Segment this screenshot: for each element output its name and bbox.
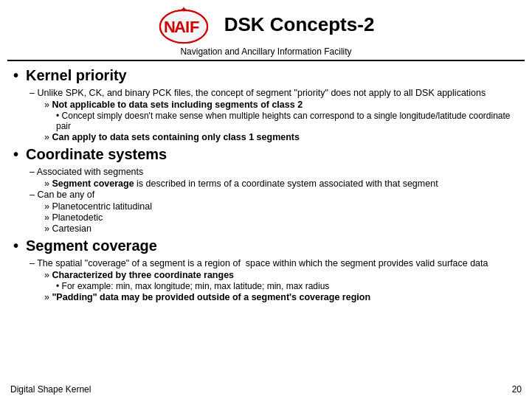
kernel-priority-title: Kernel priority: [26, 67, 127, 84]
svg-text:✦: ✦: [180, 4, 187, 15]
section-segment-coverage: • Segment coverage The spatial "coverage…: [13, 237, 519, 302]
coordinate-systems-title: Coordinate systems: [26, 146, 167, 163]
page-footer: Digital Shape Kernel 20: [10, 384, 522, 395]
arrow-segment-coverage-desc: Segment coverage is described in terms o…: [13, 178, 519, 189]
bullet-coordinate-systems: •: [13, 146, 18, 163]
dash-item-1: Unlike SPK, CK, and binary PCK files, th…: [13, 88, 519, 98]
segment-coverage-title: Segment coverage: [26, 237, 157, 254]
page-header: N A IF ✦ DSK Concepts-2 Navigation and A…: [7, 0, 525, 61]
arrow-item-1: Not applicable to data sets including se…: [13, 100, 519, 110]
arrow-padding-data: "Padding" data may be provided outside o…: [13, 292, 519, 302]
arrow-item-2: Can apply to data sets containing only c…: [13, 132, 519, 142]
main-content: • Kernel priority Unlike SPK, CK, and bi…: [0, 61, 532, 309]
bullet-item-1: Concept simply doesn't make sense when m…: [13, 111, 519, 131]
naif-logo: N A IF ✦: [158, 4, 210, 45]
footer-right: 20: [512, 384, 522, 395]
arrow-planetodetic: Planetodetic: [13, 212, 519, 223]
footer-left: Digital Shape Kernel: [10, 384, 91, 395]
bullet-kernel-priority: •: [13, 67, 18, 84]
dash-can-be-any: Can be any of: [13, 190, 519, 200]
section-kernel-priority: • Kernel priority Unlike SPK, CK, and bi…: [13, 67, 519, 142]
page-subtitle: Navigation and Ancillary Information Fac…: [180, 46, 351, 57]
arrow-cartesian: Cartesian: [13, 223, 519, 234]
section-coordinate-systems: • Coordinate systems Associated with seg…: [13, 146, 519, 234]
svg-text:A: A: [174, 18, 186, 36]
bullet-example-ranges: For example: min, max longitude; min, ma…: [13, 281, 519, 291]
bullet-segment-coverage: •: [13, 237, 18, 254]
arrow-three-ranges: Characterized by three coordinate ranges: [13, 270, 519, 280]
page-title: DSK Concepts-2: [224, 13, 375, 36]
dash-spatial-coverage: The spatial "coverage" of a segment is a…: [13, 258, 519, 268]
svg-text:IF: IF: [185, 18, 200, 36]
arrow-planetocentric: Planetocentric latitudinal: [13, 201, 519, 212]
dash-associated-segments: Associated with segments: [13, 167, 519, 177]
